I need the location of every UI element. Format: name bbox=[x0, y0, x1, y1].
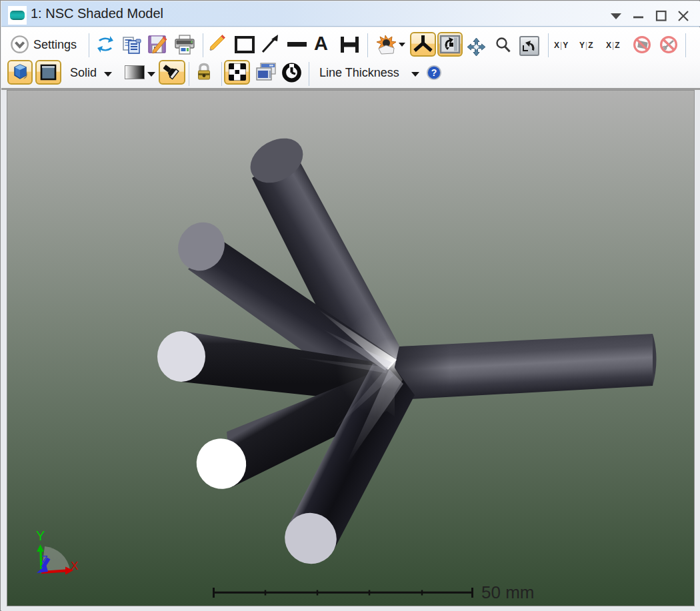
svg-text:X: X bbox=[71, 560, 78, 572]
svg-text:?: ? bbox=[431, 67, 437, 78]
svg-text:Y: Y bbox=[36, 528, 45, 543]
svg-text:50 mm: 50 mm bbox=[481, 582, 534, 602]
